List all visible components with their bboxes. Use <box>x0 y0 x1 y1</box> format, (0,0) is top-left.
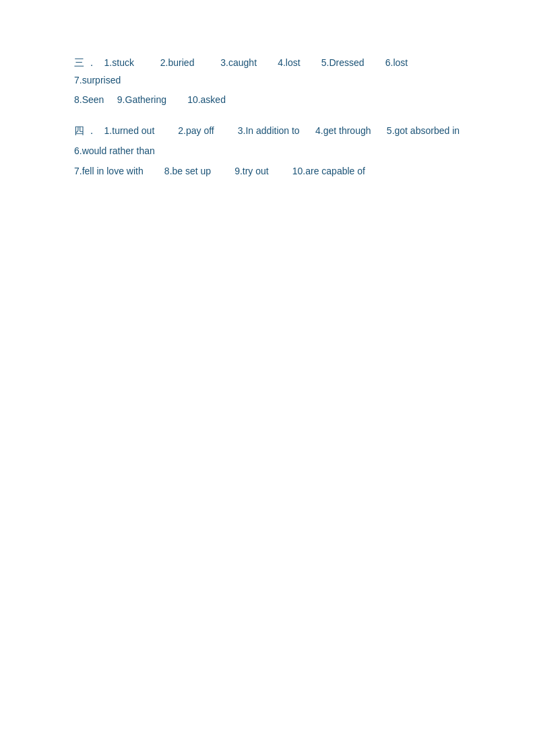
section-4-row-1: 四 ． 1.turned out 2.pay off 3.In addition… <box>74 122 461 140</box>
section-4-label: 四 <box>74 125 84 136</box>
item-4-8: 8.be set up <box>164 166 211 176</box>
section-3: 三 ． 1.stuck 2.buried 3.caught 4.lost 5.D… <box>74 54 461 108</box>
section-3-dot: ． <box>87 57 96 68</box>
section-4-row-3: 7.fell in love with 8.be set up 9.try ou… <box>74 163 461 180</box>
item-4-10: 10.are capable of <box>292 166 365 176</box>
item-3-7: 7.surprised <box>74 75 121 85</box>
item-4-4: 4.get through <box>315 125 371 136</box>
section-3-label: 三 <box>74 57 84 68</box>
item-4-1: 1.turned out <box>104 125 155 136</box>
item-4-6: 6.would rather than <box>74 145 155 156</box>
item-3-6: 6.lost <box>385 57 408 68</box>
item-4-9: 9.try out <box>234 166 269 176</box>
section-3-row-1: 三 ． 1.stuck 2.buried 3.caught 4.lost 5.D… <box>74 54 461 89</box>
item-3-10: 10.asked <box>187 94 226 105</box>
item-3-5: 5.Dressed <box>321 57 365 68</box>
item-4-5: 5.got absorbed in <box>387 125 460 136</box>
section-4: 四 ． 1.turned out 2.pay off 3.In addition… <box>74 122 461 179</box>
item-4-2: 2.pay off <box>178 125 214 136</box>
item-3-2: 2.buried <box>160 57 195 68</box>
item-3-1: 1.stuck <box>104 57 134 68</box>
item-3-8: 8.Seen <box>74 94 104 105</box>
section-3-row-2: 8.Seen 9.Gathering 10.asked <box>74 92 461 108</box>
item-3-9: 9.Gathering <box>117 94 166 105</box>
main-content: 三 ． 1.stuck 2.buried 3.caught 4.lost 5.D… <box>0 0 535 220</box>
section-4-dot: ． <box>87 125 96 136</box>
item-4-3: 3.In addition to <box>238 125 300 136</box>
item-4-7: 7.fell in love with <box>74 166 144 176</box>
item-3-3: 3.caught <box>220 57 257 68</box>
section-4-row-2: 6.would rather than <box>74 143 461 160</box>
item-3-4: 4.lost <box>278 57 300 68</box>
